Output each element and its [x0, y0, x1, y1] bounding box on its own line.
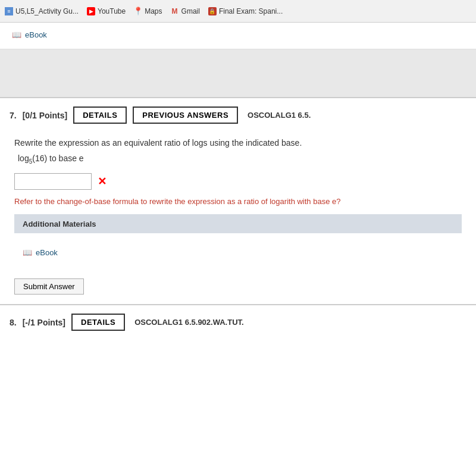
youtube-icon: ▶ [87, 7, 95, 15]
q7-question-text: Rewrite the expression as an equivalent … [14, 138, 462, 148]
q8-number: 8. [10, 318, 17, 327]
q7-details-button[interactable]: DETAILS [73, 107, 127, 124]
question-7-section: 7. [0/1 Points] DETAILS PREVIOUS ANSWERS… [0, 97, 476, 304]
ebook-link-section: 📖 eBook [14, 242, 462, 263]
bookmark-youtube[interactable]: ▶ YouTube [87, 7, 126, 15]
question-7-body: Rewrite the expression as an equivalent … [0, 132, 476, 273]
ebook-book-icon: 📖 [12, 30, 21, 39]
q7-math-expression: log5(16) to base e [14, 154, 462, 165]
top-ebook-section: 📖 eBook [0, 23, 476, 49]
bookmark-final-exam[interactable]: 🔒 Final Exam: Spani... [208, 7, 283, 15]
additional-materials-title: Additional Materials [23, 220, 96, 228]
page-content: 📖 eBook 7. [0/1 Points] DETAILS PREVIOUS… [0, 23, 476, 476]
exam-icon: 🔒 [208, 7, 217, 15]
bookmark-maps[interactable]: 📍 Maps [134, 7, 162, 15]
log-text: log [18, 154, 29, 163]
q7-ebook-icon: 📖 [23, 248, 32, 257]
q7-submit-section: Submit Answer [0, 273, 476, 304]
q7-submit-button[interactable]: Submit Answer [14, 278, 84, 295]
q7-answer-row: ✕ [14, 173, 462, 190]
question-8-header: 8. [-/1 Points] DETAILS OSCOLALG1 6.5.90… [0, 304, 476, 339]
q7-number: 7. [10, 111, 17, 120]
q8-points: [-/1 Points] [23, 318, 65, 327]
q7-prev-answers-button[interactable]: PREVIOUS ANSWERS [133, 107, 238, 124]
q7-osco-code: OSCOLALG1 6.5. [248, 111, 311, 120]
q8-osco-code: OSCOLALG1 6.5.902.WA.TUT. [134, 318, 244, 327]
q7-wrong-mark: ✕ [98, 175, 107, 188]
bookmark-activity-guide[interactable]: ≡ U5,L5_Activity Gu... [5, 7, 79, 15]
log-arg: (16) [32, 154, 47, 163]
maps-icon: 📍 [134, 7, 142, 15]
bookmark-bar: ≡ U5,L5_Activity Gu... ▶ YouTube 📍 Maps … [0, 0, 476, 23]
bookmark-gmail[interactable]: M Gmail [171, 7, 200, 15]
log-suffix: to base e [47, 154, 84, 163]
gray-spacer [0, 49, 476, 97]
q7-error-text: Refer to the change-of-base formula to r… [14, 196, 462, 208]
q7-points: [0/1 Points] [23, 111, 67, 120]
doc-icon: ≡ [5, 7, 13, 15]
top-ebook-link[interactable]: 📖 eBook [12, 30, 47, 39]
additional-materials-bar: Additional Materials [14, 214, 462, 233]
q7-ebook-link[interactable]: 📖 eBook [23, 248, 58, 257]
q8-details-button[interactable]: DETAILS [71, 314, 125, 331]
gmail-icon: M [171, 7, 179, 15]
question-7-header: 7. [0/1 Points] DETAILS PREVIOUS ANSWERS… [0, 98, 476, 132]
q7-answer-input[interactable] [14, 173, 92, 190]
